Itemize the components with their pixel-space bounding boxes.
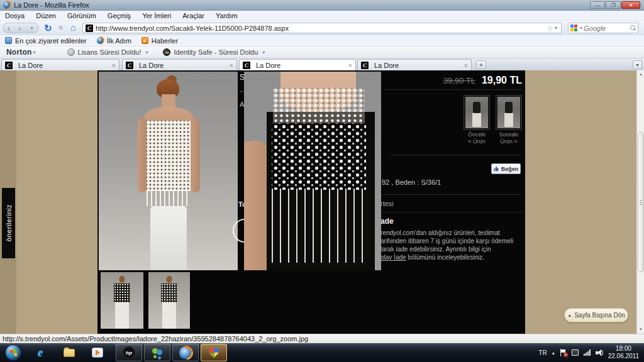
minimize-button[interactable]: — xyxy=(590,1,605,9)
next-product-thumb[interactable] xyxy=(496,95,522,130)
menu-gecmis[interactable]: Geçmiş xyxy=(108,12,131,19)
back-to-top-button[interactable]: ▲ Sayfa Başına Dön xyxy=(564,308,628,322)
scroll-down-icon[interactable]: ▼ xyxy=(637,326,644,334)
hp-taskbar-button[interactable]: hp xyxy=(116,344,142,361)
menu-dosya[interactable]: Dosya xyxy=(5,12,25,19)
stop-icon[interactable]: ✕ xyxy=(58,24,64,32)
tab-2[interactable]: C La Dore × xyxy=(122,59,237,70)
forward-icon[interactable]: › xyxy=(18,23,21,33)
norton-logo[interactable]: Norton xyxy=(6,48,32,57)
norton-license-item[interactable]: Lisans Süresi Doldu! ▾ xyxy=(67,48,150,56)
tab-close-icon[interactable]: × xyxy=(112,62,116,69)
screen: La Dore - Mozilla Firefox — ❐ ✕ Dosya Dü… xyxy=(0,0,644,362)
suggestions-side-tab[interactable]: önerileriniz xyxy=(2,188,15,258)
menu-gorunum[interactable]: Görünüm xyxy=(67,12,96,19)
menu-yardim[interactable]: Yardım xyxy=(216,12,238,19)
bookmark-star-icon[interactable]: ☆ xyxy=(547,24,553,33)
clock[interactable]: 18:00 22.06.2011 xyxy=(608,345,641,360)
taskbar: e hp TR ▴ × 18:00 xyxy=(0,343,644,362)
photo-texture xyxy=(273,88,365,123)
divider xyxy=(390,155,522,155)
display-settings-icon[interactable] xyxy=(572,349,579,356)
media-player-icon[interactable] xyxy=(90,346,105,359)
norton-identity-item[interactable]: Identity Safe - Süresi Doldu ▾ xyxy=(163,48,266,56)
tab-label: La Dore xyxy=(256,62,345,69)
back-forward-buttons[interactable]: ‹ › ▾ xyxy=(3,23,39,33)
internet-explorer-icon[interactable]: e xyxy=(33,346,48,359)
photo-texture xyxy=(191,118,200,192)
tab-close-icon[interactable]: × xyxy=(230,62,233,69)
url-dropdown-icon[interactable]: ▾ xyxy=(555,25,557,31)
tab-4[interactable]: C La Dore × xyxy=(357,59,472,70)
identity-safe-icon xyxy=(163,48,170,56)
action-center-icon[interactable]: × xyxy=(560,349,567,356)
price-row: 39,90 TL 19,90 TL xyxy=(381,72,525,89)
menu-araclar[interactable]: Araçlar xyxy=(182,12,204,19)
bookmark-label: İlk Adım xyxy=(107,37,131,45)
network-icon[interactable] xyxy=(584,349,591,356)
start-button[interactable] xyxy=(5,344,21,361)
norton-license-label: Lisans Süresi Doldu! xyxy=(78,48,142,56)
previous-product-label[interactable]: Önceki< Ürün xyxy=(460,131,493,145)
search-bar[interactable]: ▾ xyxy=(568,23,638,33)
easy-return-link[interactable]: olay İade xyxy=(380,254,406,261)
vertical-scrollbar[interactable]: ▲ ▼ xyxy=(636,70,644,334)
list-all-tabs-button[interactable]: ▾ xyxy=(633,60,642,69)
scrollbar-thumb[interactable] xyxy=(638,132,644,272)
norton-license-icon xyxy=(67,48,75,56)
identity-safe-label: Identity Safe - Süresi Doldu xyxy=(174,48,258,56)
gallery-thumb-front[interactable] xyxy=(101,272,143,329)
photo-texture xyxy=(115,302,129,329)
search-icon[interactable] xyxy=(630,25,636,31)
tab-1[interactable]: C La Dore × xyxy=(1,59,119,70)
menu-yerimleri[interactable]: Yer İmleri xyxy=(142,12,171,19)
tab-3-active[interactable]: C La Dore × xyxy=(239,59,356,70)
menu-duzen[interactable]: Düzen xyxy=(36,12,56,19)
security-taskbar-button[interactable] xyxy=(201,344,227,361)
search-engine-dropdown-icon[interactable]: ▾ xyxy=(580,25,582,31)
messenger-taskbar-button[interactable] xyxy=(144,344,170,361)
product-photo-main[interactable] xyxy=(99,72,238,270)
tray-date: 22.06.2011 xyxy=(608,353,639,359)
tab-label: La Dore xyxy=(374,62,461,69)
tab-close-icon[interactable]: × xyxy=(464,62,468,69)
product-zoom-overlay[interactable] xyxy=(244,72,381,270)
language-indicator[interactable]: TR xyxy=(538,349,547,356)
new-tab-button[interactable]: + xyxy=(476,60,486,69)
gallery-thumb-back[interactable] xyxy=(148,272,190,329)
bookmark-news[interactable]: Haberler xyxy=(142,37,178,45)
tab-close-icon[interactable]: × xyxy=(348,62,352,69)
show-hidden-icons[interactable]: ▴ xyxy=(552,350,555,356)
photo-texture xyxy=(150,206,187,270)
close-button[interactable]: ✕ xyxy=(621,1,640,9)
bookmark-first-steps[interactable]: İlk Adım xyxy=(97,37,131,45)
windows-explorer-icon[interactable] xyxy=(62,346,77,359)
home-icon[interactable]: ⌂ xyxy=(70,22,76,33)
bookmark-label: En çok ziyaret edilenler xyxy=(15,37,87,45)
volume-icon[interactable] xyxy=(596,349,603,356)
previous-product-thumb[interactable] xyxy=(464,95,490,130)
next-product-label[interactable]: SonrakiÜrün > xyxy=(492,131,525,145)
reload-icon[interactable]: ↻ xyxy=(44,23,52,34)
shield-icon xyxy=(209,348,219,358)
norton-menu-caret-icon[interactable]: ▾ xyxy=(33,50,36,55)
page-viewport: önerileriniz Sa – Ad To xyxy=(0,70,644,334)
divider xyxy=(382,212,522,212)
old-price: 39,90 TL xyxy=(443,76,475,85)
current-price: 19,90 TL xyxy=(482,75,522,86)
facebook-like-button[interactable]: Beğen xyxy=(491,163,521,174)
scroll-up-icon[interactable]: ▲ xyxy=(637,70,644,79)
history-dropdown-icon[interactable]: ▾ xyxy=(31,25,33,31)
search-input[interactable] xyxy=(584,25,623,32)
bookmark-most-visited[interactable]: En çok ziyaret edilenler xyxy=(5,37,87,45)
url-bar[interactable]: C ☆ ▾ xyxy=(82,23,562,33)
firefox-taskbar-button[interactable] xyxy=(172,344,199,361)
status-bar: http://s.trendyol.com/Assets/ProductImag… xyxy=(0,334,644,343)
tab-label: La Dore xyxy=(139,62,226,69)
url-input[interactable] xyxy=(96,25,547,32)
partial-delivery-day: rtesi xyxy=(380,200,394,207)
restore-button[interactable]: ❐ xyxy=(606,1,621,9)
google-icon xyxy=(570,25,577,31)
back-icon[interactable]: ‹ xyxy=(7,23,10,33)
firefox-app-icon xyxy=(3,1,11,9)
